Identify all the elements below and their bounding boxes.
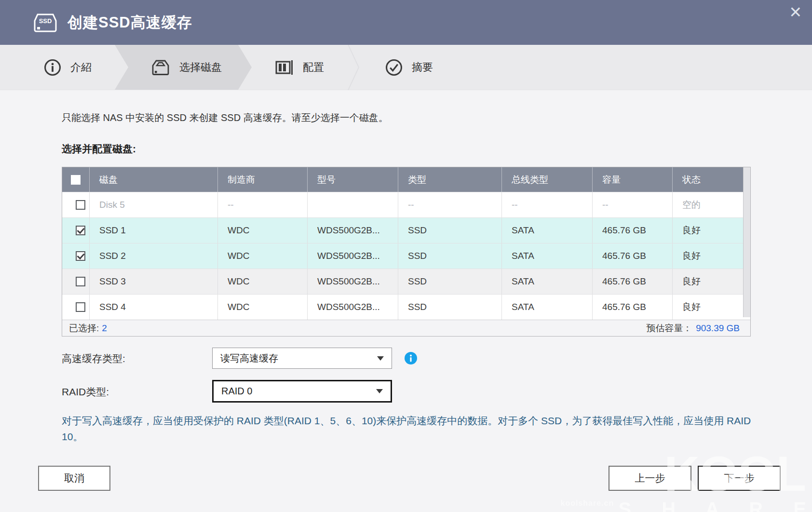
checkbox-cell bbox=[62, 218, 90, 243]
cell-type: SSD bbox=[398, 218, 502, 243]
raid-type-label: RAID类型: bbox=[62, 385, 109, 399]
raid-hint-text: 对于写入高速缓存，应当使用受保护的 RAID 类型(RAID 1、5、6、10)… bbox=[62, 413, 751, 445]
back-button[interactable]: 上一步 bbox=[609, 466, 691, 491]
step-separator bbox=[347, 45, 362, 90]
chevron-down-icon bbox=[377, 356, 384, 361]
row-checkbox[interactable] bbox=[76, 251, 85, 261]
disk-table-body: Disk 5 -- -- -- -- 空的 SSD 1 WDC WDS500G2… bbox=[62, 192, 750, 320]
check-circle-icon bbox=[385, 58, 403, 77]
ssd-drive-icon: SSD bbox=[33, 12, 58, 33]
info-circle-icon bbox=[43, 58, 62, 77]
cell-manufacturer: WDC bbox=[218, 243, 308, 269]
header-manufacturer: 制造商 bbox=[218, 167, 308, 192]
table-row[interactable]: SSD 4 WDC WDS500G2B... SSD SATA 465.76 G… bbox=[62, 294, 743, 320]
chevron-down-icon bbox=[376, 389, 383, 393]
cell-manufacturer: WDC bbox=[218, 295, 308, 320]
table-header-row: 磁盘 制造商 型号 类型 总线类型 容量 状态 bbox=[62, 167, 743, 192]
cell-model: WDS500G2B... bbox=[308, 218, 398, 243]
step-configure[interactable]: 配置 bbox=[252, 45, 347, 90]
step-introduction[interactable]: 介紹 bbox=[20, 45, 115, 90]
cell-disk: SSD 4 bbox=[90, 295, 218, 320]
cell-capacity: -- bbox=[593, 192, 673, 217]
estimated-capacity-value: 903.39 GB bbox=[696, 323, 740, 333]
cell-bus-type: SATA bbox=[502, 218, 593, 243]
cell-bus-type: SATA bbox=[502, 243, 593, 269]
cell-status: 良好 bbox=[673, 295, 743, 320]
select-all-cell bbox=[62, 167, 90, 192]
step-summary[interactable]: 摘要 bbox=[362, 45, 456, 90]
step-label: 介紹 bbox=[70, 60, 92, 75]
instruction-text: 只能选择 NAS 中安装的 SSD 来创建 SSD 高速缓存。请至少选择一个磁盘… bbox=[62, 111, 388, 124]
cell-type: SSD bbox=[398, 269, 502, 294]
cell-capacity: 465.76 GB bbox=[593, 269, 673, 294]
close-icon[interactable]: × bbox=[789, 2, 801, 22]
cache-type-label: 高速缓存类型: bbox=[62, 352, 125, 365]
step-label: 配置 bbox=[303, 60, 324, 75]
cell-type: SSD bbox=[398, 295, 502, 320]
cell-manufacturer: -- bbox=[218, 192, 308, 217]
cache-type-value: 读写高速缓存 bbox=[220, 352, 278, 365]
disk-table: 磁盘 制造商 型号 类型 总线类型 容量 状态 Disk 5 -- -- -- … bbox=[62, 167, 751, 337]
cell-manufacturer: WDC bbox=[218, 218, 308, 243]
cell-bus-type: SATA bbox=[502, 295, 593, 320]
cell-disk: Disk 5 bbox=[90, 192, 218, 217]
row-checkbox[interactable] bbox=[76, 200, 85, 210]
select-all-checkbox[interactable] bbox=[71, 175, 81, 185]
cell-disk: SSD 2 bbox=[90, 243, 218, 269]
table-row[interactable]: SSD 2 WDC WDS500G2B... SSD SATA 465.76 G… bbox=[62, 243, 743, 269]
raid-type-select[interactable]: RAID 0 bbox=[212, 380, 392, 403]
cell-disk: SSD 3 bbox=[90, 269, 218, 294]
table-row[interactable]: Disk 5 -- -- -- -- 空的 bbox=[62, 192, 743, 217]
cell-bus-type: -- bbox=[502, 192, 593, 217]
window-titlebar: SSD 创建SSD高速缓存 × bbox=[0, 0, 812, 45]
selected-count: 2 bbox=[102, 323, 107, 333]
step-select-disks[interactable]: 选择磁盘 bbox=[115, 45, 252, 90]
step-label: 摘要 bbox=[412, 60, 433, 75]
wizard-steps: 介紹 选择磁盘 配置 摘要 bbox=[0, 45, 812, 90]
header-capacity: 容量 bbox=[593, 167, 673, 192]
step-label: 选择磁盘 bbox=[179, 60, 222, 75]
checkbox-cell bbox=[62, 295, 90, 320]
cell-status: 良好 bbox=[673, 218, 743, 243]
row-checkbox[interactable] bbox=[76, 302, 85, 312]
page-title: 创建SSD高速缓存 bbox=[68, 13, 192, 33]
next-button[interactable]: 下一步 bbox=[698, 466, 781, 491]
configure-icon bbox=[275, 59, 294, 76]
disk-icon bbox=[150, 59, 171, 76]
table-row[interactable]: SSD 3 WDC WDS500G2B... SSD SATA 465.76 G… bbox=[62, 269, 743, 294]
watermark-line2: S H A R E bbox=[618, 499, 812, 512]
cell-model: WDS500G2B... bbox=[308, 269, 398, 294]
cell-model: WDS500G2B... bbox=[308, 295, 398, 320]
svg-text:SSD: SSD bbox=[39, 17, 52, 25]
row-checkbox[interactable] bbox=[76, 226, 85, 235]
cell-bus-type: SATA bbox=[502, 269, 593, 294]
checkbox-cell bbox=[62, 192, 90, 217]
cell-capacity: 465.76 GB bbox=[593, 295, 673, 320]
table-footer: 已选择:2 预估容量：903.39 GB bbox=[62, 320, 750, 336]
row-checkbox[interactable] bbox=[76, 277, 85, 286]
table-scrollbar[interactable] bbox=[743, 167, 750, 317]
cell-model bbox=[308, 192, 398, 217]
table-row[interactable]: SSD 1 WDC WDS500G2B... SSD SATA 465.76 G… bbox=[62, 217, 743, 243]
cell-model: WDS500G2B... bbox=[308, 243, 398, 269]
info-icon[interactable] bbox=[404, 351, 418, 365]
checkbox-cell bbox=[62, 243, 90, 269]
cell-type: -- bbox=[398, 192, 502, 217]
section-title: 选择并配置磁盘: bbox=[62, 142, 136, 156]
cancel-button[interactable]: 取消 bbox=[38, 466, 110, 491]
estimated-capacity-label: 预估容量： bbox=[646, 323, 692, 333]
cell-status: 良好 bbox=[673, 269, 743, 294]
cell-capacity: 465.76 GB bbox=[593, 243, 673, 269]
header-model: 型号 bbox=[308, 167, 398, 192]
cell-status: 良好 bbox=[673, 243, 743, 269]
header-status: 状态 bbox=[673, 167, 743, 192]
cell-disk: SSD 1 bbox=[90, 218, 218, 243]
cell-type: SSD bbox=[398, 243, 502, 269]
cache-type-select[interactable]: 读写高速缓存 bbox=[212, 348, 392, 369]
watermark-url: koolshare.cn bbox=[560, 499, 614, 507]
header-bus-type: 总线类型 bbox=[502, 167, 593, 192]
header-disk: 磁盘 bbox=[90, 167, 218, 192]
cell-status: 空的 bbox=[673, 192, 743, 217]
header-type: 类型 bbox=[398, 167, 502, 192]
raid-type-value: RAID 0 bbox=[221, 386, 252, 397]
